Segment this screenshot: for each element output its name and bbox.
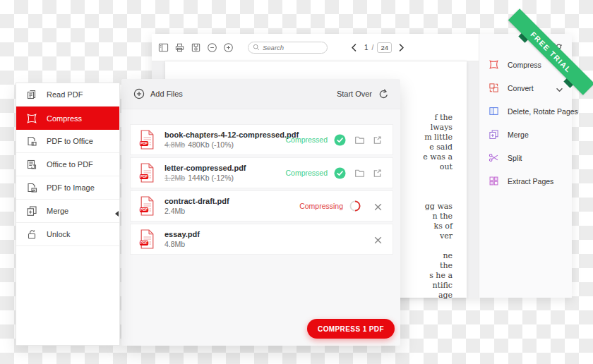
file-name: essay.pdf (164, 230, 200, 238)
office-to-pdf-icon (26, 159, 37, 170)
tool-convert[interactable]: Convert (479, 76, 572, 99)
tool-delete-rotate-pages[interactable]: Delete, Rotate Pages (479, 99, 572, 123)
file-row-controls: Compressing (299, 200, 383, 212)
document-text-line (423, 241, 453, 251)
document-text-line: age (423, 291, 453, 301)
document-text-line (423, 192, 453, 202)
original-size: 4.8Mb (164, 140, 185, 149)
sidebar-item-office-to-pdf[interactable]: Office to PDF (16, 153, 119, 176)
file-row: PDF essay.pdf 4.8Mb (130, 224, 393, 255)
previous-page-icon[interactable] (349, 43, 359, 52)
next-page-icon[interactable] (397, 43, 406, 52)
sidebar-collapse-arrow-icon[interactable] (115, 211, 119, 217)
tool-label: Extract Pages (508, 177, 553, 186)
sidebar-item-unlock[interactable]: Unlock (16, 223, 119, 246)
print-icon[interactable] (174, 42, 185, 53)
file-row: PDF contract-draft.pdf 2.4Mb Compressing (130, 190, 393, 222)
chevron-down-icon[interactable] (556, 84, 563, 92)
zoom-out-icon[interactable] (207, 42, 217, 53)
file-meta: book-chapters-4-12-compressed.pdf 4.8Mb4… (164, 131, 285, 149)
sidebar-item-label: Office to PDF (47, 160, 93, 169)
result-size: 144Kb (-12%) (188, 174, 234, 182)
compress-icon (489, 59, 499, 70)
sidebar-item-pdf-to-office[interactable]: PDF to Office (16, 130, 119, 153)
convert-icon (489, 83, 499, 93)
page-navigation: 1 / 24 (349, 42, 406, 53)
sidebar-item-compress[interactable]: Compress (16, 107, 119, 130)
file-name: letter-compressed.pdf (164, 164, 246, 172)
pdf-file-icon: PDF (139, 229, 155, 249)
read-pdf-icon (26, 89, 37, 100)
search-icon (253, 44, 260, 51)
tool-label: Split (508, 154, 522, 162)
document-text-line (423, 172, 453, 182)
open-folder-icon[interactable] (354, 168, 365, 178)
add-files-button[interactable]: Add Files (133, 88, 183, 99)
tool-extract-pages[interactable]: Extract Pages (479, 169, 572, 193)
zoom-in-icon[interactable] (223, 42, 234, 53)
file-name: book-chapters-4-12-compressed.pdf (164, 131, 285, 139)
page-divider: / (372, 44, 374, 51)
sidebar-item-pdf-to-image[interactable]: PDF to Image (16, 176, 119, 200)
tool-label: Delete, Rotate Pages (508, 107, 578, 116)
compress-icon (26, 113, 37, 124)
pdf-to-image-icon (26, 182, 37, 193)
open-file-icon[interactable] (372, 168, 383, 178)
refresh-icon (378, 89, 389, 99)
delete-rotate-pages-icon (489, 106, 499, 116)
sidebar-item-label: Read PDF (47, 90, 83, 99)
open-folder-icon[interactable] (354, 135, 365, 145)
remove-file-icon[interactable] (373, 202, 383, 211)
check-circle-icon (334, 167, 346, 179)
document-text-line: s he a (423, 271, 453, 281)
tool-merge[interactable]: Merge (479, 123, 572, 146)
current-page-number: 1 (364, 44, 369, 51)
file-size: 4.8Mb480Kb (-10%) (164, 140, 285, 149)
pdf-file-icon: PDF (139, 163, 155, 183)
document-text-line: ne (423, 251, 453, 261)
file-row: PDF letter-compressed.pdf 1.2Mb144Kb (-1… (130, 157, 393, 188)
sidebar-item-label: Unlock (47, 230, 71, 238)
document-text-line: lways (423, 123, 453, 133)
open-file-icon[interactable] (372, 135, 383, 145)
svg-text:PDF: PDF (140, 141, 148, 145)
file-meta: contract-draft.pdf 2.4Mb (164, 197, 229, 215)
panel-header: Add Files Start Over (121, 79, 400, 109)
split-scissors-icon (489, 152, 499, 163)
start-over-button[interactable]: Start Over (337, 89, 389, 99)
sidebar-item-read-pdf[interactable]: Read PDF (16, 83, 119, 107)
file-size: 2.4Mb (164, 207, 229, 215)
search-input[interactable] (263, 44, 322, 51)
compress-panel: Add Files Start Over PDF (121, 79, 400, 346)
pdf-file-icon: PDF (139, 196, 155, 216)
file-size-value: 2.4Mb (164, 207, 185, 215)
extract-pages-icon (489, 176, 499, 186)
status-compressing: Compressing (299, 202, 343, 210)
remove-file-icon[interactable] (373, 235, 383, 244)
tool-split[interactable]: Split (479, 146, 572, 169)
file-list: PDF book-chapters-4-12-compressed.pdf 4.… (121, 109, 400, 255)
status-compressed: Compressed (285, 135, 328, 144)
sidebar-item-merge[interactable]: Merge (16, 200, 119, 223)
pdf-to-office-icon (26, 135, 37, 147)
add-circle-icon (133, 88, 145, 99)
file-row-controls: Compressed (285, 167, 383, 179)
svg-text:PDF: PDF (140, 241, 148, 245)
document-text: f thelwaysm littlee saide was aout gg wa… (423, 113, 453, 301)
file-meta: essay.pdf 4.8Mb (164, 230, 200, 248)
transparent-checkerboard-canvas: 1 / 24 f thelwaysm littlee saide was aou… (0, 0, 593, 364)
sidebar-item-label: Compress (47, 114, 82, 123)
file-row: PDF book-chapters-4-12-compressed.pdf 4.… (130, 124, 393, 155)
start-over-label: Start Over (337, 90, 372, 98)
document-text-line: f the (423, 113, 453, 123)
file-row-controls: Compressed (285, 134, 383, 146)
file-name: contract-draft.pdf (164, 197, 229, 205)
status-compressed: Compressed (285, 169, 328, 177)
document-text-line: out (423, 162, 453, 172)
sidebar-panel-icon[interactable] (158, 42, 169, 53)
total-pages-box[interactable]: 24 (377, 42, 392, 53)
save-icon[interactable] (191, 42, 201, 53)
document-text-line: n the (423, 212, 453, 222)
file-row-controls (365, 235, 383, 244)
compress-button[interactable]: COMPRESS 1 PDF (307, 319, 395, 339)
